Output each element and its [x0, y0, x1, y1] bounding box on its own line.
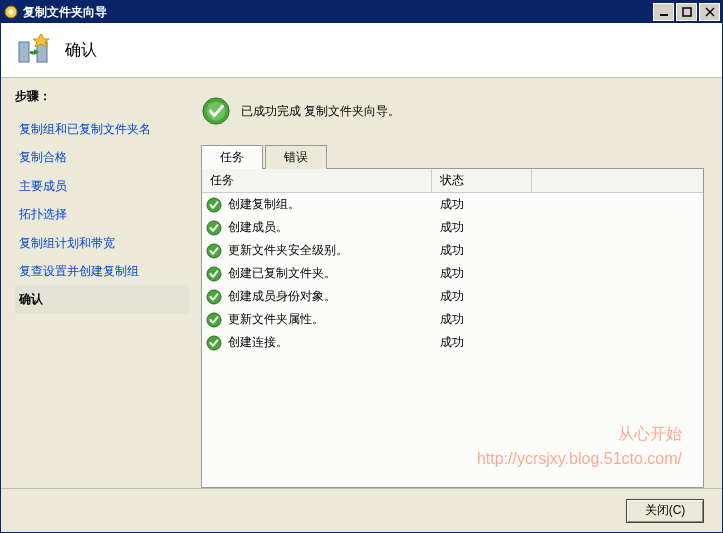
- maximize-button[interactable]: [676, 3, 697, 21]
- success-check-icon: [201, 96, 231, 126]
- tasks-panel: 任务 状态 创建复制组。成功创建成员。成功更新文件夹安全级别。成功创建已复制文件…: [201, 168, 704, 488]
- wizard-body: 步骤： 复制组和已复制文件夹名 复制合格 主要成员 拓扑选择 复制组计划和带宽 …: [1, 78, 722, 488]
- step-review-create[interactable]: 复查设置并创建复制组: [15, 257, 189, 285]
- status-cell: 成功: [436, 333, 536, 352]
- task-cell: 创建连接。: [224, 333, 436, 352]
- task-row[interactable]: 创建连接。成功: [202, 331, 703, 354]
- task-row[interactable]: 创建成员身份对象。成功: [202, 285, 703, 308]
- wizard-window: 复制文件夹向导 确认 步骤： 复制组和已复制文件夹名 复制合格: [0, 0, 723, 533]
- task-row[interactable]: 创建复制组。成功: [202, 193, 703, 216]
- status-cell: 成功: [436, 287, 536, 306]
- svg-point-1: [9, 10, 14, 15]
- success-message: 已成功完成 复制文件夹向导。: [241, 103, 400, 120]
- success-icon: [206, 220, 222, 236]
- task-list: 创建复制组。成功创建成员。成功更新文件夹安全级别。成功创建已复制文件夹。成功创建…: [202, 193, 703, 487]
- task-cell: 创建成员身份对象。: [224, 287, 436, 306]
- titlebar-buttons: [653, 3, 720, 21]
- wizard-header-title: 确认: [65, 40, 97, 61]
- tab-errors[interactable]: 错误: [265, 145, 327, 169]
- tabs: 任务 错误: [201, 144, 704, 168]
- task-row[interactable]: 创建成员。成功: [202, 216, 703, 239]
- success-icon: [206, 289, 222, 305]
- task-cell: 创建已复制文件夹。: [224, 264, 436, 283]
- success-icon: [206, 312, 222, 328]
- task-cell: 更新文件夹属性。: [224, 310, 436, 329]
- tab-tasks[interactable]: 任务: [201, 145, 263, 169]
- step-schedule-bandwidth[interactable]: 复制组计划和带宽: [15, 229, 189, 257]
- success-icon: [206, 266, 222, 282]
- status-cell: 成功: [436, 218, 536, 237]
- steps-list: 复制组和已复制文件夹名 复制合格 主要成员 拓扑选择 复制组计划和带宽 复查设置…: [15, 115, 189, 314]
- column-header-task[interactable]: 任务: [202, 169, 432, 192]
- app-icon: [3, 4, 19, 20]
- step-topology[interactable]: 拓扑选择: [15, 200, 189, 228]
- task-row[interactable]: 更新文件夹安全级别。成功: [202, 239, 703, 262]
- svg-rect-3: [683, 8, 691, 16]
- list-header: 任务 状态: [202, 169, 703, 193]
- svg-rect-6: [19, 42, 29, 62]
- titlebar: 复制文件夹向导: [1, 1, 722, 23]
- minimize-button[interactable]: [653, 3, 674, 21]
- step-replication-eligibility[interactable]: 复制合格: [15, 143, 189, 171]
- success-icon: [206, 197, 222, 213]
- step-confirmation[interactable]: 确认: [15, 285, 189, 313]
- column-header-status[interactable]: 状态: [432, 169, 532, 192]
- close-button[interactable]: [699, 3, 720, 21]
- wizard-footer: 关闭(C): [1, 488, 722, 532]
- window-title: 复制文件夹向导: [23, 4, 653, 21]
- steps-label: 步骤：: [15, 88, 189, 105]
- main-content: 已成功完成 复制文件夹向导。 任务 错误 任务 状态 创建复制组。成功创建成员。…: [189, 78, 722, 488]
- status-cell: 成功: [436, 195, 536, 214]
- success-icon: [206, 335, 222, 351]
- task-cell: 创建成员。: [224, 218, 436, 237]
- wizard-header: 确认: [1, 23, 722, 78]
- success-row: 已成功完成 复制文件夹向导。: [201, 96, 704, 126]
- status-cell: 成功: [436, 264, 536, 283]
- task-cell: 更新文件夹安全级别。: [224, 241, 436, 260]
- success-icon: [206, 243, 222, 259]
- close-wizard-button[interactable]: 关闭(C): [626, 499, 704, 523]
- task-row[interactable]: 更新文件夹属性。成功: [202, 308, 703, 331]
- steps-sidebar: 步骤： 复制组和已复制文件夹名 复制合格 主要成员 拓扑选择 复制组计划和带宽 …: [1, 78, 189, 488]
- status-cell: 成功: [436, 241, 536, 260]
- wizard-header-icon: [13, 30, 53, 70]
- step-replication-group-name[interactable]: 复制组和已复制文件夹名: [15, 115, 189, 143]
- task-row[interactable]: 创建已复制文件夹。成功: [202, 262, 703, 285]
- status-cell: 成功: [436, 310, 536, 329]
- task-cell: 创建复制组。: [224, 195, 436, 214]
- step-primary-member[interactable]: 主要成员: [15, 172, 189, 200]
